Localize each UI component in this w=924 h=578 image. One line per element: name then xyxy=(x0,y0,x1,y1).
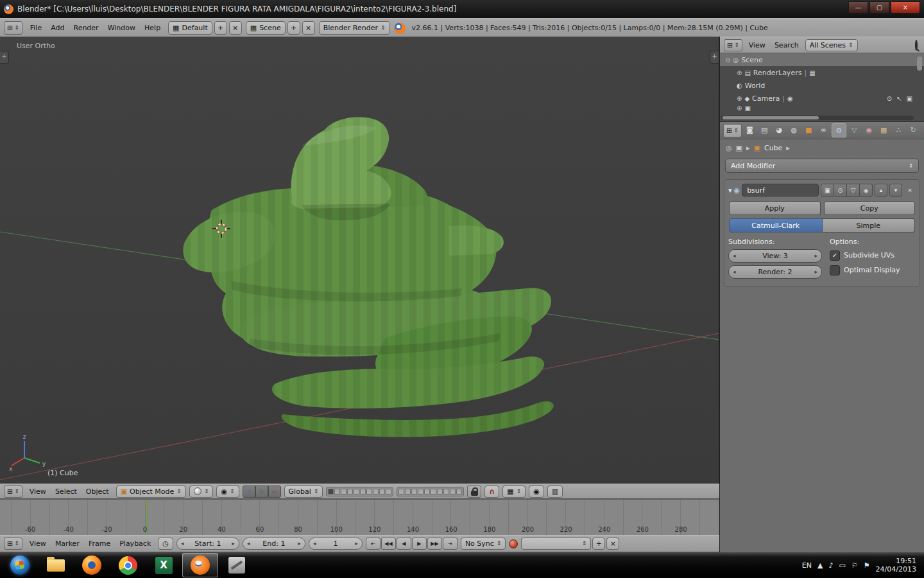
pivot-center-select[interactable]: ◉ ⇕ xyxy=(216,486,239,498)
outliner-item-scene[interactable]: ⊖◎Scene xyxy=(720,53,924,66)
panel-expand-icon[interactable]: ▾ xyxy=(728,187,732,194)
decrement-icon[interactable]: ◂ xyxy=(247,541,250,547)
minimize-button[interactable]: — xyxy=(848,1,868,13)
expander-icon[interactable]: ⊕ xyxy=(737,95,742,102)
move-modifier-down-button[interactable]: ▾ xyxy=(889,184,902,197)
layer-toggle[interactable] xyxy=(450,489,456,495)
tab-physics[interactable]: ↻ xyxy=(907,123,920,136)
layer-toggle[interactable] xyxy=(431,489,436,495)
increment-icon[interactable]: ▸ xyxy=(355,541,358,547)
increment-icon[interactable]: ▸ xyxy=(298,541,301,547)
expander-icon[interactable]: ⊕ xyxy=(737,69,742,76)
visibility-eye-icon[interactable]: ⊙ xyxy=(887,95,892,102)
play-reverse-button[interactable]: ◀ xyxy=(397,538,411,550)
layer-toggle[interactable] xyxy=(437,489,443,495)
move-modifier-up-button[interactable]: ▴ xyxy=(875,184,887,197)
explorer-taskbar-button[interactable] xyxy=(38,554,73,577)
excel-taskbar-button[interactable]: X xyxy=(146,554,181,577)
screen-layout-selector[interactable]: ▦ Default xyxy=(168,21,212,35)
add-modifier-dropdown[interactable]: Add Modifier ⇕ xyxy=(725,159,919,173)
tab-scene[interactable]: ◕ xyxy=(773,123,786,136)
opengl-render-button[interactable]: ◉ xyxy=(529,486,544,498)
layer-toggle[interactable] xyxy=(360,489,366,495)
jump-to-start-button[interactable]: ⇤ xyxy=(366,538,381,550)
snap-toggle[interactable]: ∩ xyxy=(484,486,499,498)
layer-toggle[interactable] xyxy=(334,489,340,495)
action-center-flag-icon[interactable]: ⚑ xyxy=(864,561,870,570)
outliner-item-camera[interactable]: ⊕◆Camera|◉⊙↖▣ xyxy=(720,92,924,105)
outliner-item[interactable]: ⊕▣ xyxy=(720,105,924,111)
unlink-screen-button[interactable]: × xyxy=(229,21,242,35)
layer-toggle[interactable] xyxy=(347,489,353,495)
play-button[interactable]: ▶ xyxy=(412,538,427,550)
start-button[interactable] xyxy=(3,554,37,577)
3d-viewport[interactable]: z x y User Ortho (1) Cube + + xyxy=(0,37,719,484)
render-subdivisions-slider[interactable]: ◂ Render: 2 ▸ xyxy=(728,265,822,279)
increment-icon[interactable]: ▸ xyxy=(814,253,817,259)
close-button[interactable]: × xyxy=(891,1,920,13)
rotate-manipulator-button[interactable]: ↻ xyxy=(255,486,268,498)
keying-set-dropdown[interactable]: ⇕ xyxy=(521,538,591,550)
outliner-display-filter[interactable]: All Scenes ⇕ xyxy=(805,39,858,51)
tab-render[interactable]: ◙ xyxy=(743,123,757,136)
optimal-display-option[interactable]: Optimal Display xyxy=(830,264,916,276)
outliner-vertical-scrollbar[interactable] xyxy=(917,57,922,71)
menu-view[interactable]: View xyxy=(26,486,50,497)
delete-keyframe-button[interactable]: × xyxy=(606,538,619,550)
catmull-clark-option[interactable]: Catmull-Clark xyxy=(729,218,823,232)
layer-toggle[interactable] xyxy=(354,489,359,495)
viewport-visibility-toggle[interactable]: ⊙ xyxy=(834,184,847,197)
blender-taskbar-button[interactable] xyxy=(182,553,218,577)
layer-toggle[interactable] xyxy=(341,489,346,495)
mesh-object[interactable] xyxy=(173,110,571,444)
current-frame-field[interactable]: ◂ 1 ▸ xyxy=(309,538,363,550)
menu-object[interactable]: Object xyxy=(82,486,113,497)
tab-object-data[interactable]: ▽ xyxy=(848,123,861,136)
layer-toggle[interactable] xyxy=(386,489,391,495)
outliner-search-button[interactable] xyxy=(915,41,920,49)
scrollbar-thumb[interactable] xyxy=(723,116,819,119)
editor-type-button[interactable]: ⊞ ⇕ xyxy=(4,21,22,35)
timeline-ruler[interactable]: -60-40-200204060801001201401601802002202… xyxy=(0,499,719,535)
layer-toggle[interactable] xyxy=(328,489,334,495)
scale-manipulator-button[interactable]: ▱ xyxy=(268,486,281,498)
opengl-render-anim-button[interactable]: ▥ xyxy=(547,486,563,498)
outliner-item-world[interactable]: ◐World xyxy=(720,79,924,92)
cage-visibility-toggle[interactable]: ◈ xyxy=(860,184,873,197)
renderability-camera-icon[interactable]: ▣ xyxy=(907,95,912,102)
toolshelf-expand-button[interactable]: + xyxy=(0,51,9,64)
menu-render[interactable]: Render xyxy=(69,22,102,33)
subdivide-uvs-option[interactable]: ✓ Subdivide UVs xyxy=(830,249,916,261)
menu-frame[interactable]: Frame xyxy=(85,538,114,549)
next-keyframe-button[interactable]: ▶▶ xyxy=(427,538,442,550)
current-frame-marker[interactable] xyxy=(147,500,148,535)
auto-keyframe-record-button[interactable] xyxy=(509,539,518,548)
selectability-arrow-icon[interactable]: ↖ xyxy=(896,95,902,102)
display-icon[interactable]: ▭ xyxy=(839,561,845,570)
maximize-button[interactable]: ▢ xyxy=(869,1,889,13)
outliner-item-renderlayers[interactable]: ⊕▤RenderLayers|▦ xyxy=(720,66,924,79)
decrement-icon[interactable]: ◂ xyxy=(313,541,316,547)
menu-file[interactable]: File xyxy=(26,22,46,33)
decrement-icon[interactable]: ◂ xyxy=(181,541,184,547)
simple-option[interactable]: Simple xyxy=(823,218,916,232)
utility-taskbar-button[interactable] xyxy=(219,554,254,577)
layer-toggle[interactable] xyxy=(411,489,417,495)
jump-to-end-button[interactable]: ⇥ xyxy=(443,538,458,550)
tab-world[interactable]: ◍ xyxy=(787,123,801,136)
editmode-visibility-toggle[interactable]: ▽ xyxy=(847,184,860,197)
delete-modifier-button[interactable]: × xyxy=(904,184,916,196)
translate-manipulator-button[interactable]: + xyxy=(243,486,255,498)
tab-particles[interactable]: ∴ xyxy=(892,123,905,136)
previous-keyframe-button[interactable]: ◀◀ xyxy=(381,538,396,550)
menu-search[interactable]: Search xyxy=(771,40,803,51)
add-screen-button[interactable]: + xyxy=(214,21,227,35)
menu-marker[interactable]: Marker xyxy=(51,538,83,549)
render-engine-select[interactable]: Blender Render ⇕ xyxy=(319,21,390,35)
frame-start-field[interactable]: ◂ Start: 1 ▸ xyxy=(176,538,239,550)
tab-constraints[interactable]: ∞ xyxy=(817,123,830,136)
layer-toggle[interactable] xyxy=(379,489,385,495)
tab-material[interactable]: ◉ xyxy=(862,123,876,136)
layer-toggle[interactable] xyxy=(418,489,424,495)
frame-end-field[interactable]: ◂ End: 1 ▸ xyxy=(243,538,305,550)
